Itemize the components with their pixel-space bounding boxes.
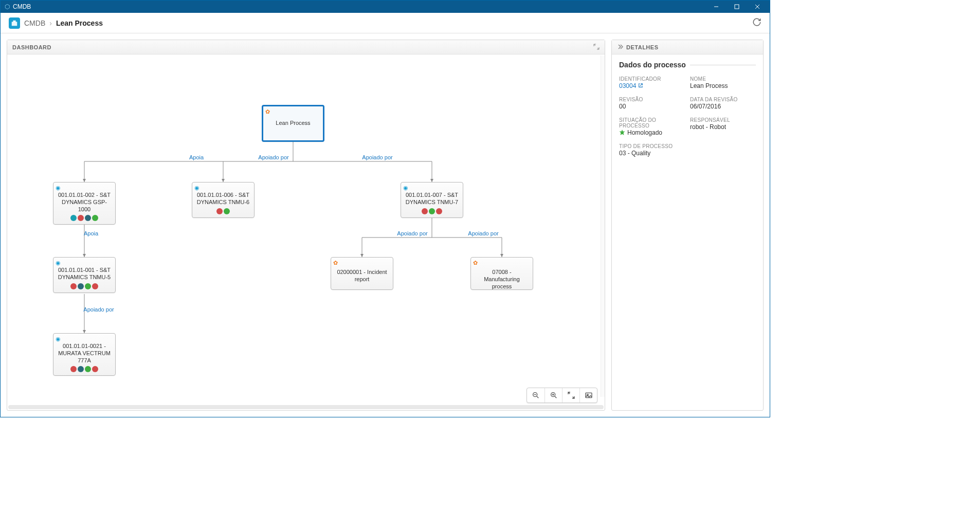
dashboard-canvas[interactable]: Apoia Apoiado por Apoiado por Apoia Apoi… (7, 54, 605, 410)
external-link-icon (638, 82, 643, 89)
field-responsavel: RESPONSÁVEL robot - Robot (690, 117, 756, 136)
breadcrumb-current: Lean Process (56, 19, 103, 27)
identificador-value: 03004 (619, 82, 636, 89)
details-section-title: Dados do processo (619, 61, 756, 69)
asset-icon: ◉ (56, 260, 61, 266)
node-label: 001.01.01-0021 - MURATA VECTRUM 777A (57, 343, 112, 364)
process-icon: ✿ (333, 260, 338, 266)
fit-to-screen-button[interactable] (562, 388, 579, 402)
edge-label: Apoiado por (397, 230, 427, 236)
svg-line-4 (537, 396, 538, 398)
export-image-button[interactable] (579, 388, 597, 402)
field-nome: NOME Lean Process (690, 76, 756, 89)
dashboard-horizontal-scrollbar[interactable] (8, 405, 604, 409)
field-label: DATA DA REVISÃO (690, 97, 756, 102)
refresh-button[interactable] (752, 17, 761, 28)
identificador-link[interactable]: 03004 (619, 82, 685, 89)
window-title: CMDB (13, 3, 31, 10)
field-situacao: SITUAÇÃO DO PROCESSO Homologado (619, 117, 685, 136)
edge-label: Apoia (84, 230, 98, 236)
node-label: Lean Process (276, 120, 310, 126)
collapse-details-button[interactable] (617, 44, 623, 51)
node-label: 001.01.01-002 - S&T DYNAMICS GSP-1000 (57, 192, 112, 213)
node-badges (195, 208, 251, 214)
svg-line-7 (555, 396, 556, 398)
dashboard-title: DASHBOARD (12, 44, 51, 50)
dashboard-header: DASHBOARD (7, 40, 605, 54)
status-homologado-icon (619, 130, 625, 136)
asset-icon: ◉ (194, 185, 199, 191)
svg-rect-1 (12, 22, 17, 26)
node-process[interactable]: ✿ 02000001 - Incident report (331, 257, 393, 290)
details-panel: DETALHES Dados do processo IDENTIFICADOR… (611, 40, 764, 411)
field-label: NOME (690, 76, 756, 82)
node-badges (57, 215, 112, 221)
node-label: 02000001 - Incident report (334, 269, 390, 283)
node-label: 001.01.01-001 - S&T DYNAMICS TNMU-5 (57, 267, 112, 281)
node-badges (57, 283, 112, 289)
window-maximize-button[interactable] (727, 1, 747, 12)
edge-label: Apoia (189, 154, 204, 160)
breadcrumb-bar: CMDB › Lean Process (1, 13, 770, 33)
details-header: DETALHES (612, 40, 763, 54)
node-asset[interactable]: ◉ 001.01.01-007 - S&T DYNAMICS TNMU-7 (401, 182, 463, 218)
asset-icon: ◉ (403, 185, 408, 191)
asset-icon: ◉ (56, 336, 61, 342)
zoom-in-button[interactable] (545, 388, 562, 402)
breadcrumb-separator-icon: › (49, 19, 52, 27)
app-logo-icon (9, 17, 20, 29)
breadcrumb-root[interactable]: CMDB (24, 19, 45, 27)
node-asset[interactable]: ◉ 001.01.01-0021 - MURATA VECTRUM 777A (53, 333, 116, 376)
canvas-toolbox (527, 388, 597, 403)
field-label: IDENTIFICADOR (619, 76, 685, 82)
svg-rect-0 (735, 5, 739, 9)
field-label: TIPO DE PROCESSO (619, 143, 756, 149)
main-area: DASHBOARD (1, 33, 770, 417)
details-title: DETALHES (626, 44, 658, 50)
titlebar: ⬡ CMDB (1, 1, 770, 13)
node-asset[interactable]: ◉ 001.01.01-006 - S&T DYNAMICS TNMU-6 (192, 182, 255, 218)
edge-label: Apoiado por (468, 230, 498, 236)
field-label: REVISÃO (619, 97, 685, 102)
app-window: ⬡ CMDB CMDB › Lean Process (0, 0, 770, 417)
field-value: Homologado (627, 129, 662, 136)
node-root[interactable]: ✿ Lean Process (262, 105, 324, 142)
edge-label: Apoiado por (83, 306, 114, 313)
node-asset[interactable]: ◉ 001.01.01-001 - S&T DYNAMICS TNMU-5 (53, 257, 116, 293)
expand-panel-button[interactable] (593, 44, 600, 51)
field-label: SITUAÇÃO DO PROCESSO (619, 117, 685, 129)
field-data-revisao: DATA DA REVISÃO 06/07/2016 (690, 97, 756, 110)
field-label: RESPONSÁVEL (690, 117, 756, 123)
window-minimize-button[interactable] (706, 1, 727, 12)
node-label: 001.01.01-006 - S&T DYNAMICS TNMU-6 (195, 192, 251, 206)
field-value: Lean Process (690, 82, 756, 89)
node-asset[interactable]: ◉ 001.01.01-002 - S&T DYNAMICS GSP-1000 (53, 182, 116, 225)
asset-icon: ◉ (56, 185, 61, 191)
node-label: 07008 - Manufacturing process (474, 269, 530, 290)
node-label: 001.01.01-007 - S&T DYNAMICS TNMU-7 (404, 192, 460, 206)
process-icon: ✿ (265, 108, 270, 115)
window-app-icon: ⬡ (5, 3, 10, 10)
dashboard-vertical-scrollbar[interactable] (601, 56, 605, 397)
field-value: robot - Robot (690, 123, 756, 131)
field-value: 03 - Quality (619, 150, 756, 157)
window-close-button[interactable] (747, 1, 768, 12)
zoom-out-button[interactable] (527, 388, 545, 402)
edge-label: Apoiado por (258, 154, 288, 160)
dashboard-panel: DASHBOARD (7, 40, 605, 411)
node-badges (57, 366, 112, 372)
field-revisao: REVISÃO 00 (619, 97, 685, 110)
edge-label: Apoiado por (362, 154, 392, 160)
field-tipo-processo: TIPO DE PROCESSO 03 - Quality (619, 143, 756, 157)
node-process[interactable]: ✿ 07008 - Manufacturing process (470, 257, 533, 290)
field-identificador: IDENTIFICADOR 03004 (619, 76, 685, 89)
svg-rect-2 (13, 20, 15, 22)
node-badges (404, 208, 460, 214)
process-icon: ✿ (473, 260, 478, 266)
field-value: 06/07/2016 (690, 103, 756, 110)
field-value: 00 (619, 103, 685, 110)
